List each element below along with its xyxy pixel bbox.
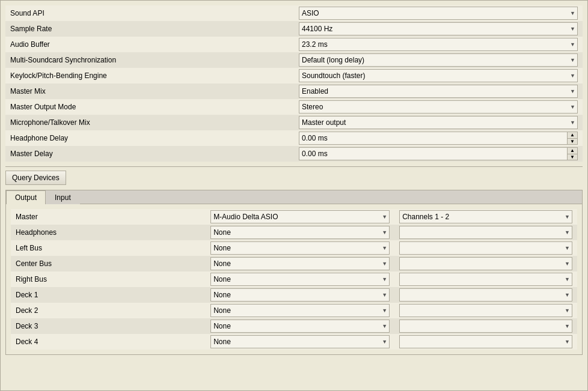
output-channel-select-1[interactable]: Channels 1 - 2Channels 3 - 4 [399,226,572,239]
output-channel-select-5[interactable]: Channels 1 - 2Channels 3 - 4 [399,288,572,302]
output-channel-cell-3[interactable]: Channels 1 - 2Channels 3 - 4 [394,256,577,271]
setting-select-1[interactable]: 44100 Hz48000 Hz96000 Hz [299,22,578,35]
output-channel-cell-5[interactable]: Channels 1 - 2Channels 3 - 4 [394,287,577,303]
output-device-select-4[interactable]: NoneM-Audio Delta ASIO [210,273,390,286]
output-device-select-0[interactable]: NoneM-Audio Delta ASIO [210,210,390,223]
output-channel-cell-0[interactable]: Channels 1 - 2Channels 3 - 4 [394,209,577,225]
output-channel-cell-4[interactable]: Channels 1 - 2Channels 3 - 4 [394,271,577,287]
output-device-cell-4[interactable]: NoneM-Audio Delta ASIO [206,271,394,287]
setting-spinbox-up-9[interactable]: ▲ [568,148,577,154]
setting-label-1: Sample Rate [5,21,294,37]
setting-control-9[interactable]: ▲▼ [294,146,583,162]
output-device-wrapper-1: NoneM-Audio Delta ASIO [210,226,390,239]
output-channel-wrapper-3: Channels 1 - 2Channels 3 - 4 [399,257,572,270]
setting-control-7[interactable]: Master outputDirect monitor [294,115,583,130]
setting-label-6: Master Output Mode [5,99,294,115]
output-channel-cell-6[interactable]: Channels 1 - 2Channels 3 - 4 [394,303,577,318]
setting-control-3[interactable]: Default (long delay)Experimental (may ca… [294,52,583,68]
output-label-0: Master [11,209,206,225]
output-channel-wrapper-1: Channels 1 - 2Channels 3 - 4 [399,226,572,239]
tab-output[interactable]: Output [6,190,46,204]
output-device-select-2[interactable]: NoneM-Audio Delta ASIO [210,241,390,255]
setting-select-0[interactable]: ASIODirectSoundWASAPI [299,7,578,20]
output-label-2: Left Bus [11,240,206,256]
output-label-4: Right Bus [11,271,206,287]
setting-control-0[interactable]: ASIODirectSoundWASAPI [294,5,583,21]
output-label-6: Deck 2 [11,303,206,318]
setting-spinbox-wrapper-9: ▲▼ [299,147,578,160]
output-channel-select-6[interactable]: Channels 1 - 2Channels 3 - 4 [399,304,572,317]
setting-select-5[interactable]: EnabledDisabled [299,85,578,98]
output-channel-wrapper-5: Channels 1 - 2Channels 3 - 4 [399,288,572,302]
output-device-wrapper-4: NoneM-Audio Delta ASIO [210,273,390,286]
setting-select-6[interactable]: StereoMono [299,100,578,114]
output-channel-select-0[interactable]: Channels 1 - 2Channels 3 - 4 [399,210,572,223]
setting-select-wrapper-5: EnabledDisabled [299,85,578,98]
output-channel-wrapper-0: Channels 1 - 2Channels 3 - 4 [399,210,572,223]
output-device-cell-1[interactable]: NoneM-Audio Delta ASIO [206,225,394,240]
setting-select-2[interactable]: 23.2 ms46.4 ms92.9 ms [299,38,578,51]
output-device-wrapper-6: NoneM-Audio Delta ASIO [210,304,390,317]
setting-label-5: Master Mix [5,83,294,99]
setting-select-wrapper-7: Master outputDirect monitor [299,116,578,129]
output-device-wrapper-7: NoneM-Audio Delta ASIO [210,320,390,333]
setting-control-6[interactable]: StereoMono [294,99,583,115]
setting-label-0: Sound API [5,5,294,21]
output-channel-wrapper-2: Channels 1 - 2Channels 3 - 4 [399,241,572,255]
setting-label-4: Keylock/Pitch-Bending Engine [5,68,294,83]
output-channel-cell-7[interactable]: Channels 1 - 2Channels 3 - 4 [394,318,577,334]
setting-select-wrapper-3: Default (long delay)Experimental (may ca… [299,53,578,67]
output-device-cell-0[interactable]: NoneM-Audio Delta ASIO [206,209,394,225]
tab-input[interactable]: Input [46,190,80,204]
output-channel-cell-2[interactable]: Channels 1 - 2Channels 3 - 4 [394,240,577,256]
output-device-select-8[interactable]: NoneM-Audio Delta ASIO [210,335,390,348]
output-device-cell-5[interactable]: NoneM-Audio Delta ASIO [206,287,394,303]
output-label-1: Headphones [11,225,206,240]
tab-content-output: MasterNoneM-Audio Delta ASIOChannels 1 -… [6,204,582,354]
setting-spinbox-input-8[interactable] [299,132,567,145]
output-device-cell-2[interactable]: NoneM-Audio Delta ASIO [206,240,394,256]
output-table: MasterNoneM-Audio Delta ASIOChannels 1 -… [11,209,577,350]
setting-spinbox-down-8[interactable]: ▼ [568,139,577,145]
output-label-5: Deck 1 [11,287,206,303]
setting-select-4[interactable]: Soundtouch (faster)Rubberband (better qu… [299,69,578,82]
output-channel-select-3[interactable]: Channels 1 - 2Channels 3 - 4 [399,257,572,270]
output-device-select-6[interactable]: NoneM-Audio Delta ASIO [210,304,390,317]
setting-spinbox-down-9[interactable]: ▼ [568,154,577,160]
setting-select-wrapper-2: 23.2 ms46.4 ms92.9 ms [299,38,578,51]
setting-select-7[interactable]: Master outputDirect monitor [299,116,578,129]
output-channel-select-7[interactable]: Channels 1 - 2Channels 3 - 4 [399,320,572,333]
output-device-cell-6[interactable]: NoneM-Audio Delta ASIO [206,303,394,318]
setting-spinbox-wrapper-8: ▲▼ [299,132,578,145]
output-label-7: Deck 3 [11,318,206,334]
setting-control-5[interactable]: EnabledDisabled [294,83,583,99]
output-label-8: Deck 4 [11,334,206,350]
output-device-select-7[interactable]: NoneM-Audio Delta ASIO [210,320,390,333]
output-channel-cell-1[interactable]: Channels 1 - 2Channels 3 - 4 [394,225,577,240]
setting-control-8[interactable]: ▲▼ [294,130,583,146]
setting-label-8: Headphone Delay [5,130,294,146]
setting-control-4[interactable]: Soundtouch (faster)Rubberband (better qu… [294,68,583,83]
output-channel-wrapper-7: Channels 1 - 2Channels 3 - 4 [399,320,572,333]
setting-control-1[interactable]: 44100 Hz48000 Hz96000 Hz [294,21,583,37]
setting-label-3: Multi-Soundcard Synchronization [5,52,294,68]
output-device-select-1[interactable]: NoneM-Audio Delta ASIO [210,226,390,239]
output-device-cell-3[interactable]: NoneM-Audio Delta ASIO [206,256,394,271]
output-channel-cell-8[interactable]: Channels 1 - 2Channels 3 - 4 [394,334,577,350]
output-device-cell-7[interactable]: NoneM-Audio Delta ASIO [206,318,394,334]
output-channel-select-8[interactable]: Channels 1 - 2Channels 3 - 4 [399,335,572,348]
divider [5,166,583,167]
setting-spinbox-input-9[interactable] [299,147,567,160]
output-device-select-3[interactable]: NoneM-Audio Delta ASIO [210,257,390,270]
output-device-wrapper-8: NoneM-Audio Delta ASIO [210,335,390,348]
setting-spinbox-up-8[interactable]: ▲ [568,132,577,139]
output-channel-select-4[interactable]: Channels 1 - 2Channels 3 - 4 [399,273,572,286]
output-label-3: Center Bus [11,256,206,271]
setting-select-3[interactable]: Default (long delay)Experimental (may ca… [299,53,578,67]
output-device-cell-8[interactable]: NoneM-Audio Delta ASIO [206,334,394,350]
query-devices-button[interactable]: Query Devices [5,171,66,185]
setting-control-2[interactable]: 23.2 ms46.4 ms92.9 ms [294,37,583,52]
output-channel-select-2[interactable]: Channels 1 - 2Channels 3 - 4 [399,241,572,255]
tabs-header: Output Input [6,190,582,204]
output-device-select-5[interactable]: NoneM-Audio Delta ASIO [210,288,390,302]
